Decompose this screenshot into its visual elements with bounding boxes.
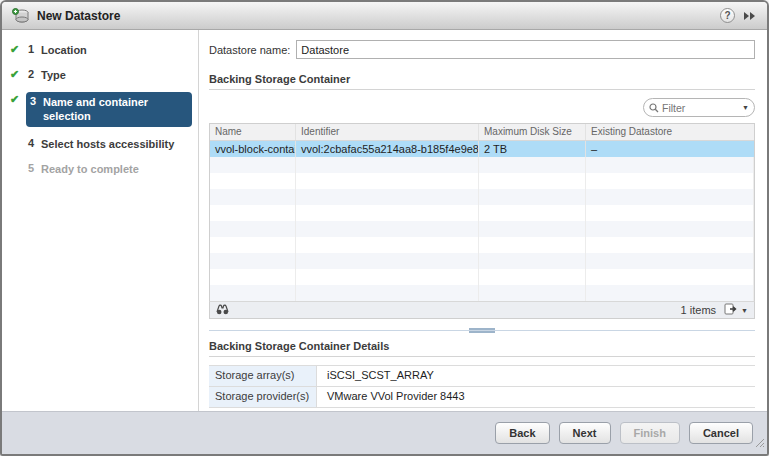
check-icon: ✔ [10, 42, 26, 57]
step-label: Select hosts accessibility [41, 137, 174, 151]
help-icon[interactable]: ? [720, 8, 735, 23]
splitter[interactable] [209, 330, 755, 331]
details-row-storage-provider: Storage provider(s) VMware VVol Provider… [209, 386, 755, 407]
step-3-name-and-container-selection[interactable]: ✔ 3 Name and container selection [10, 92, 192, 127]
empty-row [210, 285, 754, 301]
cell-identifier: vvol:2cbafac55a214aa8-b185f4e9e805b32f [296, 141, 479, 157]
search-icon [649, 99, 659, 117]
filter-row: ▼ [209, 98, 755, 117]
step-number: 1 [28, 43, 41, 55]
storage-array-value: iSCSI_SCST_ARRAY [317, 366, 755, 386]
filter-box[interactable]: ▼ [643, 98, 755, 117]
cancel-button[interactable]: Cancel [689, 422, 753, 444]
step-number: 4 [28, 137, 41, 149]
backing-storage-container-heading: Backing Storage Container [209, 73, 755, 90]
datastore-name-row: Datastore name: [209, 40, 755, 59]
resize-grip-icon[interactable] [755, 434, 765, 452]
collapse-double-arrow-icon[interactable] [743, 11, 757, 21]
column-header-identifier[interactable]: Identifier [296, 124, 479, 140]
column-header-max-disk-size[interactable]: Maximum Disk Size [479, 124, 586, 140]
details-row-storage-array: Storage array(s) iSCSI_SCST_ARRAY [209, 365, 755, 386]
step-5-ready-to-complete: 5 Ready to complete [10, 161, 192, 177]
container-table: Name Identifier Maximum Disk Size Existi… [209, 123, 755, 301]
finish-button: Finish [620, 422, 680, 444]
storage-provider-label: Storage provider(s) [209, 387, 317, 407]
step-1-location[interactable]: ✔ 1 Location [10, 42, 192, 58]
next-button[interactable]: Next [559, 422, 611, 444]
empty-row [210, 157, 754, 173]
step-label: Type [41, 68, 66, 82]
find-binoculars-icon[interactable] [216, 303, 229, 317]
items-count: 1 items [681, 304, 716, 316]
step-number: 2 [28, 68, 41, 80]
storage-provider-value: VMware VVol Provider 8443 [317, 387, 755, 407]
datastore-name-input[interactable] [296, 40, 755, 59]
step-label: Location [41, 43, 87, 57]
export-menu[interactable]: ▼ [724, 303, 748, 317]
cell-max-disk-size: 2 TB [479, 141, 586, 157]
step-number: 3 [30, 95, 43, 107]
step-2-type[interactable]: ✔ 2 Type [10, 67, 192, 83]
export-icon [724, 303, 738, 317]
step-label: Ready to complete [41, 162, 139, 176]
table-header-row[interactable]: Name Identifier Maximum Disk Size Existi… [210, 124, 754, 141]
column-header-existing-datastore[interactable]: Existing Datastore [586, 124, 754, 140]
empty-row [210, 221, 754, 237]
empty-row [210, 253, 754, 269]
column-header-name[interactable]: Name [210, 124, 296, 140]
empty-row [210, 269, 754, 285]
filter-dropdown-caret-icon[interactable]: ▼ [742, 104, 749, 111]
datastore-add-icon [12, 8, 30, 24]
empty-row [210, 205, 754, 221]
wizard-content: Datastore name: Backing Storage Containe… [199, 30, 767, 411]
empty-row [210, 237, 754, 253]
storage-array-label: Storage array(s) [209, 366, 317, 386]
dialog-body: ✔ 1 Location ✔ 2 Type ✔ 3 Name and conta… [2, 30, 767, 411]
cell-name: vvol-block-container [210, 141, 296, 157]
empty-row [210, 173, 754, 189]
details-table: Storage array(s) iSCSI_SCST_ARRAY Storag… [209, 365, 755, 408]
splitter-grip-icon[interactable] [469, 328, 495, 333]
step-4-select-hosts-accessibility[interactable]: 4 Select hosts accessibility [10, 136, 192, 152]
export-dropdown-caret-icon: ▼ [741, 307, 748, 314]
table-row-vvol-block-container[interactable]: vvol-block-container vvol:2cbafac55a214a… [210, 141, 754, 157]
container-details-heading: Backing Storage Container Details [209, 340, 755, 357]
dialog-button-bar: Back Next Finish Cancel [2, 411, 767, 454]
cell-existing-datastore: – [586, 141, 754, 157]
table-footer: 1 items ▼ [209, 301, 755, 319]
filter-input[interactable] [662, 102, 742, 114]
datastore-name-label: Datastore name: [209, 44, 290, 56]
step-label: Name and container selection [43, 95, 186, 123]
check-icon: ✔ [10, 92, 26, 107]
step-number: 5 [28, 162, 41, 174]
new-datastore-dialog: New Datastore ? ✔ 1 Location ✔ 2 [0, 0, 769, 456]
empty-row [210, 189, 754, 205]
dialog-titlebar[interactable]: New Datastore ? [2, 2, 767, 30]
check-icon: ✔ [10, 67, 26, 82]
back-button[interactable]: Back [495, 422, 549, 444]
dialog-title: New Datastore [37, 9, 120, 23]
wizard-steps-sidebar: ✔ 1 Location ✔ 2 Type ✔ 3 Name and conta… [2, 30, 199, 411]
